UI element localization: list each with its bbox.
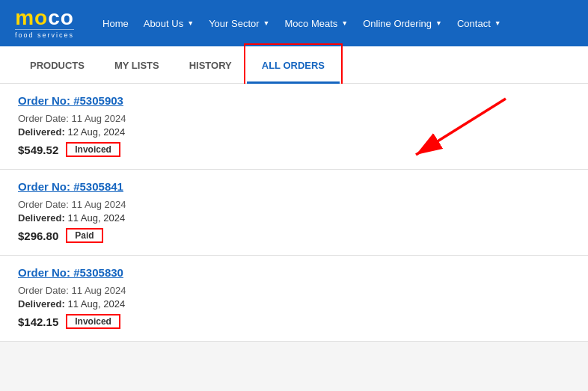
about-dropdown-icon: ▼ bbox=[187, 19, 194, 27]
order-footer-1: $549.52 Invoiced bbox=[18, 142, 570, 157]
order-footer-3: $142.15 Invoiced bbox=[18, 314, 570, 329]
order-date-3: Order Date: 11 Aug 2024 bbox=[18, 285, 570, 296]
tab-history[interactable]: HISTORY bbox=[174, 46, 247, 84]
order-date-2: Order Date: 11 Aug 2024 bbox=[18, 199, 570, 210]
header: moco food services Home About Us ▼ Your … bbox=[0, 0, 588, 46]
order-footer-2: $296.80 Paid bbox=[18, 228, 570, 243]
order-delivered-3: Delivered: 11 Aug, 2024 bbox=[18, 298, 570, 310]
nav-about-us[interactable]: About Us ▼ bbox=[138, 13, 200, 34]
logo[interactable]: moco food services bbox=[15, 7, 74, 39]
logo-sub: food services bbox=[15, 29, 74, 39]
meats-dropdown-icon: ▼ bbox=[341, 19, 348, 27]
nav-moco-meats[interactable]: Moco Meats ▼ bbox=[279, 13, 355, 34]
tab-products[interactable]: PRODUCTS bbox=[15, 46, 99, 84]
nav-contact[interactable]: Contact ▼ bbox=[451, 13, 507, 34]
order-card-2: Order No: #5305841 Order Date: 11 Aug 20… bbox=[0, 170, 588, 256]
order-total-2: $296.80 bbox=[18, 230, 58, 242]
contact-dropdown-icon: ▼ bbox=[494, 19, 501, 27]
sector-dropdown-icon: ▼ bbox=[263, 19, 270, 27]
main-nav: Home About Us ▼ Your Sector ▼ Moco Meats… bbox=[97, 13, 507, 34]
nav-home[interactable]: Home bbox=[97, 13, 135, 34]
order-delivered-2: Delivered: 11 Aug, 2024 bbox=[18, 212, 570, 224]
tab-all-orders[interactable]: ALL ORDERS bbox=[247, 46, 340, 84]
order-number-1[interactable]: Order No: #5305903 bbox=[18, 94, 570, 107]
ordering-dropdown-icon: ▼ bbox=[435, 19, 442, 27]
order-delivered-1: Delivered: 12 Aug, 2024 bbox=[18, 126, 570, 138]
status-badge-2: Paid bbox=[66, 228, 102, 243]
order-date-1: Order Date: 11 Aug 2024 bbox=[18, 113, 570, 124]
logo-text: moco bbox=[15, 7, 74, 28]
order-total-1: $549.52 bbox=[18, 144, 58, 156]
status-badge-3: Invoiced bbox=[66, 314, 120, 329]
order-card-3: Order No: #5305830 Order Date: 11 Aug 20… bbox=[0, 256, 588, 342]
order-card-1: Order No: #5305903 Order Date: 11 Aug 20… bbox=[0, 84, 588, 170]
status-badge-1: Invoiced bbox=[66, 142, 120, 157]
tabs-bar: PRODUCTS MY LISTS HISTORY ALL ORDERS bbox=[0, 46, 588, 84]
tab-my-lists[interactable]: MY LISTS bbox=[99, 46, 174, 84]
nav-your-sector[interactable]: Your Sector ▼ bbox=[203, 13, 275, 34]
order-number-3[interactable]: Order No: #5305830 bbox=[18, 266, 570, 279]
order-total-3: $142.15 bbox=[18, 315, 58, 328]
orders-content: Order No: #5305903 Order Date: 11 Aug 20… bbox=[0, 84, 588, 342]
nav-online-ordering[interactable]: Online Ordering ▼ bbox=[357, 13, 448, 34]
order-number-2[interactable]: Order No: #5305841 bbox=[18, 180, 570, 193]
